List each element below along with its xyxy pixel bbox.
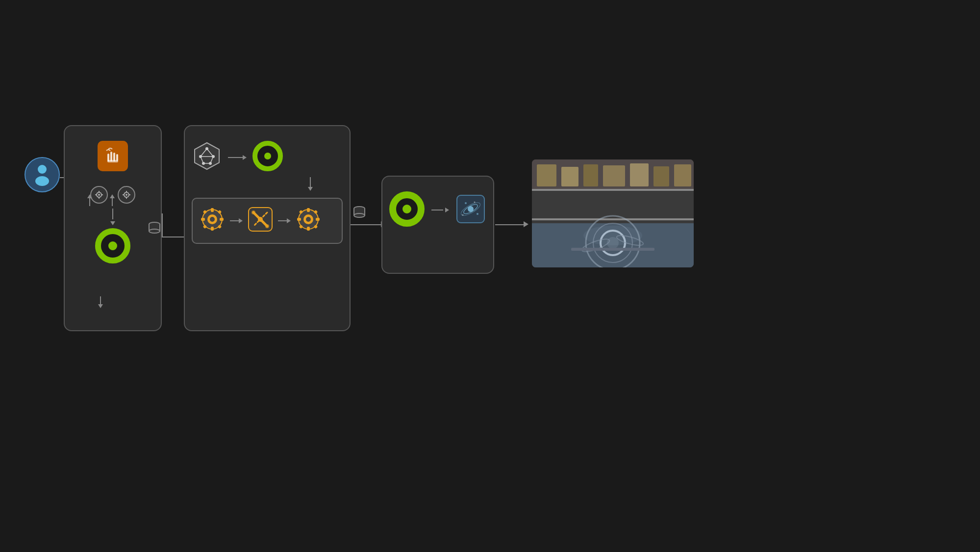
teleop-isaac-lab-item: [71, 228, 155, 266]
svg-rect-39: [211, 208, 214, 212]
connector-demos-h: [162, 237, 186, 237]
cosmos-icon: [456, 194, 485, 224]
svg-point-76: [462, 214, 464, 216]
svg-rect-80: [532, 218, 694, 220]
svg-point-51: [251, 210, 255, 214]
svg-rect-42: [220, 218, 224, 221]
svg-point-8: [98, 194, 100, 196]
svg-point-55: [306, 217, 311, 222]
trajectory-subbox: [192, 198, 343, 244]
svg-rect-87: [674, 164, 691, 186]
traj-eval-item: [295, 206, 322, 236]
arrow-up-robot: [110, 194, 115, 206]
svg-point-73: [465, 202, 467, 204]
svg-point-52: [265, 224, 269, 228]
groot-mimic-box: [184, 125, 351, 331]
gen-flow: [389, 191, 486, 230]
arrowhead-gen-video: [524, 221, 528, 227]
traj-gen-icon: [199, 206, 226, 233]
svg-rect-41: [201, 218, 205, 221]
svg-point-66: [354, 213, 365, 217]
teleop-isaac-lab-icon: [95, 228, 130, 263]
svg-point-0: [38, 165, 47, 174]
svg-point-1: [35, 176, 49, 186]
accel-physics-item: [247, 206, 274, 236]
svg-rect-57: [307, 227, 310, 231]
control-signals-item: [90, 186, 108, 206]
three-d-connector: [431, 208, 449, 213]
svg-rect-96: [571, 248, 654, 251]
svg-rect-83: [583, 164, 598, 186]
svg-rect-59: [316, 218, 320, 221]
robot-state-icon: [118, 186, 135, 204]
motion-annotator-icon: [192, 141, 222, 171]
trajectory-flow: [199, 206, 336, 236]
collected-demos-container: [147, 221, 162, 237]
teleop-demo-item: [71, 141, 155, 177]
mimic-isaac-lab-icon: [252, 141, 283, 171]
video-thumbnail: [532, 159, 694, 267]
svg-point-21: [149, 229, 160, 233]
control-signals-icon: [90, 186, 108, 204]
svg-point-50: [258, 217, 263, 222]
svg-rect-86: [653, 166, 669, 186]
arrow-traj-gen-physics: [230, 218, 243, 223]
groot-gen-box: [381, 176, 494, 274]
arrow-down-teleop-isaac: [98, 296, 103, 308]
svg-rect-85: [630, 163, 649, 186]
svg-point-75: [474, 202, 476, 203]
svg-marker-24: [195, 143, 219, 169]
mimic-isaac-lab-item: [252, 141, 283, 174]
svg-rect-40: [211, 227, 214, 231]
arrow-isaaclab-subbox: [277, 177, 343, 191]
svg-point-14: [126, 194, 127, 196]
robot-state-item: [118, 186, 135, 206]
svg-rect-6: [107, 160, 118, 162]
svg-rect-81: [537, 164, 556, 186]
svg-rect-5: [116, 154, 118, 161]
svg-point-74: [477, 213, 478, 215]
arrow-physics-eval: [278, 218, 291, 223]
svg-rect-84: [603, 165, 625, 186]
svg-rect-79: [532, 189, 694, 191]
isaac-sim-icon: [389, 191, 425, 227]
arrow-annotator-isaaclab: [228, 155, 247, 160]
svg-rect-82: [561, 167, 578, 186]
operator-icon: [25, 157, 60, 192]
svg-rect-56: [307, 208, 310, 212]
connector-gen-video: [495, 224, 525, 225]
svg-rect-58: [297, 218, 301, 221]
isaac-sim-item: [389, 191, 425, 230]
teleop-demo-icon: [98, 141, 128, 171]
validated-traj-container: [352, 205, 367, 221]
traj-eval-icon: [295, 206, 322, 233]
svg-point-95: [583, 226, 642, 245]
arrow-up-control: [87, 194, 92, 206]
cosmos-item: [456, 194, 485, 227]
operator-container: [25, 157, 60, 196]
connector-teleop-demos-v: [162, 213, 163, 237]
connector-mimic-gen: [351, 224, 382, 225]
accel-physics-icon: [247, 206, 274, 233]
svg-point-38: [210, 217, 215, 222]
traj-gen-item: [199, 206, 226, 236]
motion-annotator-item: [192, 141, 222, 174]
